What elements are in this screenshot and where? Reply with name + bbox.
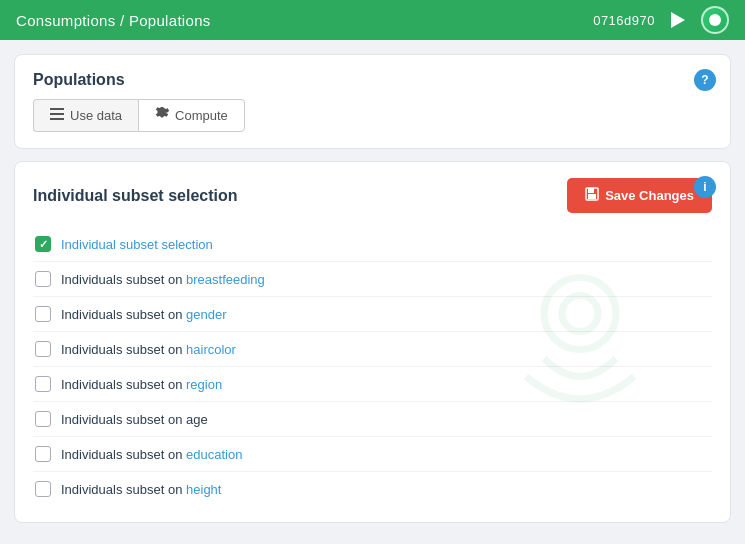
svg-rect-1 xyxy=(50,108,64,110)
tab-group: Use data Compute xyxy=(33,99,712,132)
svg-rect-7 xyxy=(588,188,594,193)
svg-rect-3 xyxy=(50,118,64,120)
info-icon[interactable]: i xyxy=(694,176,716,198)
save-changes-label: Save Changes xyxy=(605,188,694,203)
checkbox-breastfeeding[interactable] xyxy=(35,271,51,287)
avatar-inner xyxy=(709,14,721,26)
list-item[interactable]: Individuals subset on education xyxy=(33,437,712,472)
help-icon[interactable]: ? xyxy=(694,69,716,91)
gear-icon xyxy=(155,107,169,124)
subset-card: Individual subset selection Save Changes… xyxy=(14,161,731,523)
checkbox-label-haircolor: Individuals subset on haircolor xyxy=(61,342,236,357)
save-changes-button[interactable]: Save Changes xyxy=(567,178,712,213)
main-content: Populations ? Use data xyxy=(0,40,745,544)
checkbox-label-age: Individuals subset on age xyxy=(61,412,208,427)
checkbox-label-education: Individuals subset on education xyxy=(61,447,242,462)
populations-card: Populations ? Use data xyxy=(14,54,731,149)
checkbox-height[interactable] xyxy=(35,481,51,497)
list-item[interactable]: Individuals subset on breastfeeding xyxy=(33,262,712,297)
checkbox-label-height: Individuals subset on height xyxy=(61,482,221,497)
list-item[interactable]: Individuals subset on age xyxy=(33,402,712,437)
list-item[interactable]: Individuals subset on gender xyxy=(33,297,712,332)
tab-compute[interactable]: Compute xyxy=(138,99,245,132)
svg-rect-2 xyxy=(50,113,64,115)
checkbox-education[interactable] xyxy=(35,446,51,462)
checkbox-label-region: Individuals subset on region xyxy=(61,377,222,392)
save-icon xyxy=(585,187,599,204)
list-item[interactable]: Individuals subset on region xyxy=(33,367,712,402)
subset-title: Individual subset selection xyxy=(33,187,238,205)
checkbox-label-breastfeeding: Individuals subset on breastfeeding xyxy=(61,272,265,287)
checkbox-label-individual-subset: Individual subset selection xyxy=(61,237,213,252)
checkbox-gender[interactable] xyxy=(35,306,51,322)
checkbox-label-gender: Individuals subset on gender xyxy=(61,307,227,322)
list-item[interactable]: Individuals subset on haircolor xyxy=(33,332,712,367)
checkbox-list: Individual subset selection Individuals … xyxy=(33,227,712,506)
list-item[interactable]: Individual subset selection xyxy=(33,227,712,262)
populations-title: Populations xyxy=(33,71,712,89)
checkbox-age[interactable] xyxy=(35,411,51,427)
run-button[interactable] xyxy=(667,9,689,31)
app-header: Consumptions / Populations 0716d970 xyxy=(0,0,745,40)
svg-rect-8 xyxy=(588,194,596,199)
breadcrumb: Consumptions / Populations xyxy=(16,12,211,29)
tab-use-data[interactable]: Use data xyxy=(33,99,138,132)
tab-compute-label: Compute xyxy=(175,108,228,123)
list-item[interactable]: Individuals subset on height xyxy=(33,472,712,506)
checkbox-haircolor[interactable] xyxy=(35,341,51,357)
list-icon xyxy=(50,108,64,123)
checkbox-region[interactable] xyxy=(35,376,51,392)
avatar[interactable] xyxy=(701,6,729,34)
commit-hash: 0716d970 xyxy=(593,13,655,28)
svg-marker-0 xyxy=(671,12,685,28)
header-actions: 0716d970 xyxy=(593,6,729,34)
checkbox-individual-subset[interactable] xyxy=(35,236,51,252)
subset-header: Individual subset selection Save Changes xyxy=(33,178,712,213)
tab-use-data-label: Use data xyxy=(70,108,122,123)
